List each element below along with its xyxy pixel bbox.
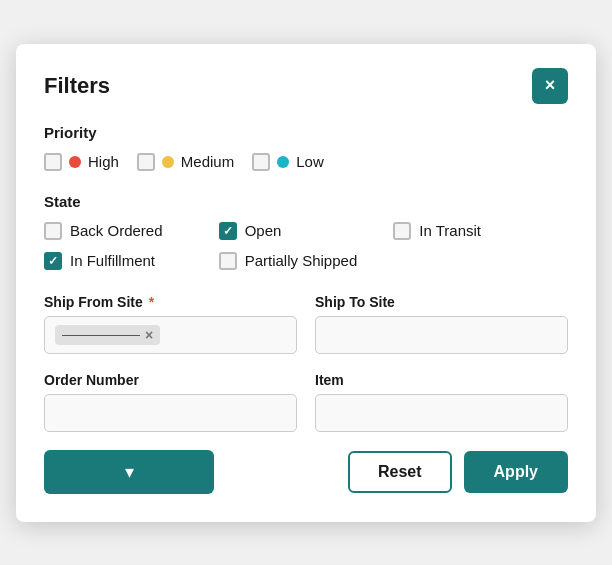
ship-to-site-group: Ship To Site bbox=[315, 294, 568, 354]
state-in-fulfillment-checkbox[interactable] bbox=[44, 252, 62, 270]
priority-medium-label: Medium bbox=[181, 153, 234, 170]
priority-section-label: Priority bbox=[44, 124, 568, 141]
state-open-checkbox[interactable] bbox=[219, 222, 237, 240]
item-label: Item bbox=[315, 372, 568, 388]
state-partially-shipped-label: Partially Shipped bbox=[245, 252, 358, 269]
modal-title: Filters bbox=[44, 73, 110, 99]
state-item-back-ordered: Back Ordered bbox=[44, 222, 219, 240]
state-in-transit-checkbox[interactable] bbox=[393, 222, 411, 240]
priority-medium-checkbox[interactable] bbox=[137, 153, 155, 171]
state-grid: Back Ordered Open In Transit In Fulfillm… bbox=[44, 222, 568, 270]
priority-low-label: Low bbox=[296, 153, 324, 170]
high-dot bbox=[69, 156, 81, 168]
state-in-transit-label: In Transit bbox=[419, 222, 481, 239]
reset-button[interactable]: Reset bbox=[348, 451, 452, 493]
dropdown-icon: ▾ bbox=[125, 461, 134, 483]
low-dot bbox=[277, 156, 289, 168]
apply-button[interactable]: Apply bbox=[464, 451, 568, 493]
required-indicator: * bbox=[145, 294, 154, 310]
ship-from-site-group: Ship From Site * —————— × bbox=[44, 294, 297, 354]
ship-to-site-input[interactable] bbox=[315, 316, 568, 354]
order-number-group: Order Number bbox=[44, 372, 297, 432]
ship-from-site-label: Ship From Site * bbox=[44, 294, 297, 310]
medium-dot bbox=[162, 156, 174, 168]
priority-row: High Medium Low bbox=[44, 153, 568, 171]
priority-low-checkbox[interactable] bbox=[252, 153, 270, 171]
state-back-ordered-label: Back Ordered bbox=[70, 222, 163, 239]
ship-from-site-input[interactable]: —————— × bbox=[44, 316, 297, 354]
fields-row-2: Order Number Item bbox=[44, 372, 568, 432]
ship-to-site-label: Ship To Site bbox=[315, 294, 568, 310]
priority-high-checkbox[interactable] bbox=[44, 153, 62, 171]
footer-row: ▾ Reset Apply bbox=[44, 450, 568, 494]
tag-value: —————— bbox=[62, 327, 140, 342]
close-button[interactable]: × bbox=[532, 68, 568, 104]
fields-row-1: Ship From Site * —————— × Ship To Site bbox=[44, 294, 568, 354]
state-item-in-fulfillment: In Fulfillment bbox=[44, 252, 219, 270]
modal-header: Filters × bbox=[44, 68, 568, 104]
state-in-fulfillment-label: In Fulfillment bbox=[70, 252, 155, 269]
state-open-label: Open bbox=[245, 222, 282, 239]
state-section-label: State bbox=[44, 193, 568, 210]
state-item-open: Open bbox=[219, 222, 394, 240]
priority-item-medium: Medium bbox=[137, 153, 234, 171]
state-partially-shipped-checkbox[interactable] bbox=[219, 252, 237, 270]
item-input[interactable] bbox=[315, 394, 568, 432]
priority-item-low: Low bbox=[252, 153, 324, 171]
ship-from-site-tag: —————— × bbox=[55, 325, 160, 345]
state-back-ordered-checkbox[interactable] bbox=[44, 222, 62, 240]
item-group: Item bbox=[315, 372, 568, 432]
priority-item-high: High bbox=[44, 153, 119, 171]
order-number-input[interactable] bbox=[44, 394, 297, 432]
order-number-label: Order Number bbox=[44, 372, 297, 388]
dropdown-button[interactable]: ▾ bbox=[44, 450, 214, 494]
state-item-in-transit: In Transit bbox=[393, 222, 568, 240]
priority-high-label: High bbox=[88, 153, 119, 170]
footer-actions: Reset Apply bbox=[348, 451, 568, 493]
tag-close-icon[interactable]: × bbox=[145, 327, 153, 343]
state-item-partially-shipped: Partially Shipped bbox=[219, 252, 394, 270]
filters-modal: Filters × Priority High Medium Low State… bbox=[16, 44, 596, 522]
